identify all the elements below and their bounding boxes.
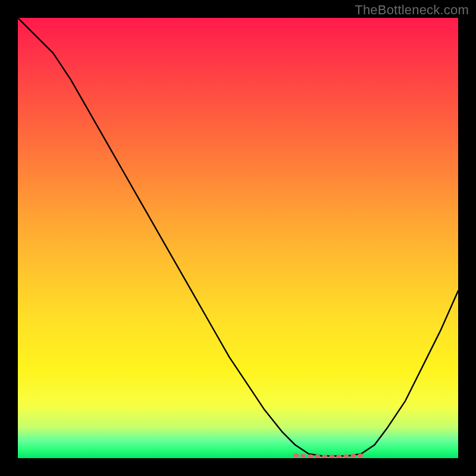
plot-area — [18, 18, 458, 458]
marker-svg — [18, 18, 458, 458]
watermark-text: TheBottleneck.com — [355, 2, 469, 18]
chart-frame: TheBottleneck.com — [0, 0, 476, 476]
